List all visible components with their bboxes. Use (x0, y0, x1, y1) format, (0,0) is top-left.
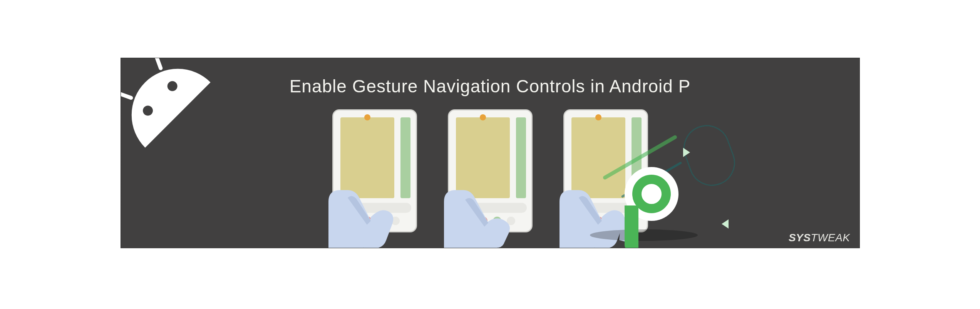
phone-gesture-illustration (325, 109, 425, 248)
android-dome-icon (121, 58, 211, 148)
hand-icon (429, 163, 529, 248)
android-antenna-icon (151, 58, 163, 71)
pin-icon (480, 114, 486, 120)
watermark-bold: SYS (789, 232, 811, 244)
systweak-watermark: SYSTWEAK (789, 232, 850, 244)
p-logo-stem-icon (625, 205, 638, 248)
pin-icon (364, 114, 370, 120)
hand-icon (313, 163, 413, 248)
phone-gesture-illustration (440, 109, 540, 248)
banner-title: Enable Gesture Navigation Controls in An… (121, 76, 859, 97)
triangle-icon (722, 219, 729, 229)
watermark-light: TWEAK (811, 232, 850, 244)
android-p-logo-icon (621, 167, 690, 248)
triangle-icon (683, 148, 690, 157)
promo-banner: Enable Gesture Navigation Controls in An… (121, 58, 860, 248)
pin-icon (595, 114, 601, 120)
